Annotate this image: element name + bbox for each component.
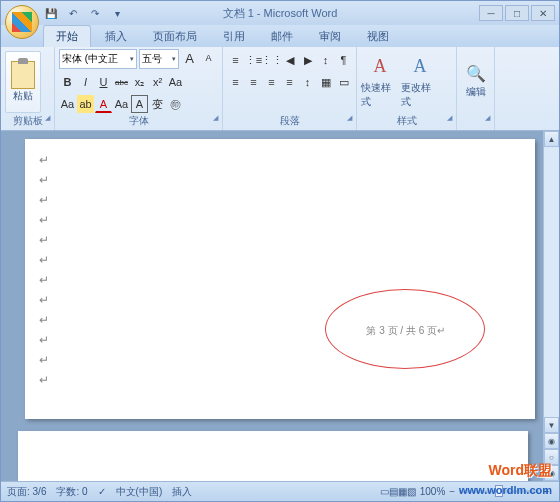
paragraph-mark: ↵: [39, 353, 49, 367]
italic-button[interactable]: I: [77, 73, 94, 91]
border-button[interactable]: ▭: [335, 73, 352, 91]
justify-button[interactable]: ≡: [281, 73, 298, 91]
align-center-button[interactable]: ≡: [245, 73, 262, 91]
view-buttons[interactable]: ▭▤▦▧: [380, 486, 416, 497]
watermark-brand: Word联盟: [488, 462, 552, 480]
tab-mailings[interactable]: 邮件: [259, 26, 305, 47]
status-mode[interactable]: 插入: [172, 485, 192, 499]
paragraph-mark: ↵: [39, 273, 49, 287]
styles-group-label: 样式: [361, 114, 452, 128]
qat-more-button[interactable]: ▾: [109, 5, 125, 21]
superscript-button[interactable]: x²: [149, 73, 166, 91]
close-button[interactable]: ✕: [531, 5, 555, 21]
show-marks-button[interactable]: ¶: [335, 51, 352, 69]
ribbon-tabs: 开始 插入 页面布局 引用 邮件 审阅 视图: [1, 25, 559, 47]
shrink-font-button[interactable]: A: [200, 49, 217, 67]
bold-button[interactable]: B: [59, 73, 76, 91]
align-right-button[interactable]: ≡: [263, 73, 280, 91]
tab-references[interactable]: 引用: [211, 26, 257, 47]
underline-button[interactable]: U: [95, 73, 112, 91]
tab-insert[interactable]: 插入: [93, 26, 139, 47]
group-styles: A 快速样式 A 更改样式 样式: [357, 47, 457, 130]
highlight-button[interactable]: ab: [77, 95, 94, 113]
sort-button[interactable]: ↕: [317, 51, 334, 69]
line-spacing-button[interactable]: ↕: [299, 73, 316, 91]
editing-label: 编辑: [466, 85, 486, 99]
scroll-down-button[interactable]: ▼: [544, 417, 559, 433]
scroll-up-button[interactable]: ▲: [544, 131, 559, 147]
font-color-button[interactable]: A: [95, 95, 112, 113]
tab-pagelayout[interactable]: 页面布局: [141, 26, 209, 47]
find-icon: 🔍: [466, 64, 486, 83]
watermark-url: www.wordlm.com: [459, 484, 552, 496]
paragraph-mark: ↵: [39, 153, 49, 167]
multilevel-button[interactable]: ⋮⋮: [263, 51, 280, 69]
font-family-value: 宋体 (中文正: [62, 52, 118, 66]
quick-access-toolbar: 💾 ↶ ↷ ▾: [43, 5, 125, 21]
increase-indent-button[interactable]: ▶: [299, 51, 316, 69]
paragraph-mark: ↵: [39, 173, 49, 187]
chevron-down-icon: ▾: [130, 55, 134, 63]
phonetic-button[interactable]: 变: [149, 95, 166, 113]
document-next-page[interactable]: [18, 431, 528, 481]
group-clipboard: 粘贴 剪贴板: [1, 47, 55, 130]
paragraph-mark: ↵: [39, 333, 49, 347]
shading-button[interactable]: ▦: [317, 73, 334, 91]
paragraph-mark: ↵: [39, 293, 49, 307]
window-title: 文档 1 - Microsoft Word: [223, 6, 338, 21]
enclose-button[interactable]: ㊞: [167, 95, 184, 113]
app-window: 💾 ↶ ↷ ▾ 文档 1 - Microsoft Word ─ □ ✕ 开始 插…: [0, 0, 560, 502]
bullets-button[interactable]: ≡: [227, 51, 244, 69]
maximize-button[interactable]: □: [505, 5, 529, 21]
numbering-button[interactable]: ⋮≡: [245, 51, 262, 69]
change-styles-icon: A: [408, 55, 432, 79]
tab-review[interactable]: 审阅: [307, 26, 353, 47]
char-border-button[interactable]: A: [131, 95, 148, 113]
subscript-button[interactable]: x₂: [131, 73, 148, 91]
styles-icon: A: [368, 55, 392, 79]
prev-page-button[interactable]: ◉: [544, 433, 559, 449]
font-family-combo[interactable]: 宋体 (中文正▾: [59, 49, 137, 69]
grow-font-button[interactable]: A: [181, 49, 198, 67]
font-group-label: 字体: [59, 114, 218, 128]
clipboard-icon: [11, 61, 35, 89]
group-paragraph: ≡ ⋮≡ ⋮⋮ ◀ ▶ ↕ ¶ ≡ ≡ ≡ ≡ ↕ ▦ ▭: [223, 47, 357, 130]
paste-label: 粘贴: [13, 89, 33, 103]
save-button[interactable]: 💾: [43, 5, 59, 21]
change-styles-button[interactable]: A 更改样式: [401, 51, 439, 113]
minimize-button[interactable]: ─: [479, 5, 503, 21]
document-area: ↵↵↵↵↵↵↵↵↵↵↵↵ 第 3 页 / 共 6 页↵ ▲ ▼ ◉ ○ ◉: [1, 131, 559, 481]
status-page[interactable]: 页面: 3/6: [7, 485, 46, 499]
paragraph-mark: ↵: [39, 253, 49, 267]
undo-button[interactable]: ↶: [65, 5, 81, 21]
editing-button[interactable]: 🔍 编辑: [461, 51, 490, 113]
office-logo-icon: [12, 12, 32, 32]
titlebar: 💾 ↶ ↷ ▾ 文档 1 - Microsoft Word ─ □ ✕: [1, 1, 559, 25]
zoom-out-button[interactable]: −: [449, 486, 455, 497]
align-left-button[interactable]: ≡: [227, 73, 244, 91]
group-font: 宋体 (中文正▾ 五号▾ A A B I U abc x₂ x² Aa Aa a…: [55, 47, 223, 130]
paragraph-mark: ↵: [39, 313, 49, 327]
clipboard-group-label: 剪贴板: [5, 114, 50, 128]
tab-home[interactable]: 开始: [43, 25, 91, 47]
tab-view[interactable]: 视图: [355, 26, 401, 47]
change-case-button[interactable]: Aa: [167, 73, 184, 91]
zoom-value[interactable]: 100%: [420, 486, 446, 497]
paragraph-group-label: 段落: [227, 114, 352, 128]
paragraph-mark: ↵: [39, 213, 49, 227]
status-words[interactable]: 字数: 0: [56, 485, 87, 499]
document-page[interactable]: ↵↵↵↵↵↵↵↵↵↵↵↵ 第 3 页 / 共 6 页↵: [25, 139, 535, 419]
office-button[interactable]: [5, 5, 39, 39]
quick-styles-button[interactable]: A 快速样式: [361, 51, 399, 113]
decrease-indent-button[interactable]: ◀: [281, 51, 298, 69]
clear-format-button[interactable]: Aa: [59, 95, 76, 113]
status-language[interactable]: 中文(中国): [116, 485, 163, 499]
window-controls: ─ □ ✕: [479, 5, 555, 21]
font-size-combo[interactable]: 五号▾: [139, 49, 179, 69]
char-shading-button[interactable]: Aa: [113, 95, 130, 113]
strike-button[interactable]: abc: [113, 73, 130, 91]
redo-button[interactable]: ↷: [87, 5, 103, 21]
status-proof-icon[interactable]: ✓: [98, 486, 106, 497]
paste-button[interactable]: 粘贴: [5, 51, 41, 113]
vertical-scrollbar[interactable]: ▲ ▼ ◉ ○ ◉: [543, 131, 559, 481]
